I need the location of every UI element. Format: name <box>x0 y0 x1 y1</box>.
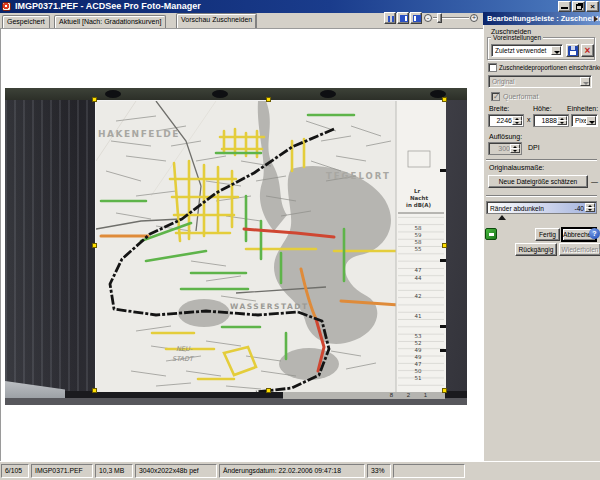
preview-tab-bar: Gespeichert Aktuell [Nach: Gradationskur… <box>0 13 483 28</box>
svg-text:Nacht: Nacht <box>410 195 428 201</box>
svg-text:47: 47 <box>415 361 422 367</box>
presets-combobox[interactable]: Zuletzt verwendet <box>491 44 563 57</box>
done-button[interactable]: Fertig <box>535 228 560 241</box>
darken-edges-slider[interactable]: Ränder abdunkeln -40 <box>486 201 597 214</box>
status-position: 6/105 <box>1 464 29 478</box>
status-dimensions: 3040x2022x48b pef <box>135 464 217 478</box>
separator <box>486 195 597 197</box>
tab-saved[interactable]: Gespeichert <box>2 15 50 28</box>
image-canvas: 8 2 1 <box>0 28 483 461</box>
check-icon: ✓ <box>493 92 500 101</box>
svg-text:52: 52 <box>415 340 422 346</box>
tab-preview-crop[interactable]: Vorschau Zuschneiden <box>176 13 257 28</box>
original-size-label: Originalausmaße: <box>489 164 544 171</box>
crop-handle-bottom-right[interactable] <box>442 388 447 393</box>
status-empty <box>393 464 465 478</box>
resolution-down-icon <box>510 148 520 153</box>
presets-value: Zuletzt verwendet <box>495 46 551 56</box>
svg-text:50: 50 <box>415 368 422 374</box>
ratio-dropdown-icon <box>580 77 590 86</box>
help-icon[interactable]: ? <box>589 228 600 239</box>
status-bar: 6/105 IMGP0371.PEF 10,3 MB 3040x2022x48b… <box>0 461 600 480</box>
presets-dropdown-icon[interactable] <box>551 46 561 55</box>
height-stepper[interactable]: 1888 <box>533 114 569 127</box>
save-preset-button[interactable] <box>566 44 579 57</box>
zoom-out-icon[interactable]: - <box>424 14 432 22</box>
svg-text:in dB(A): in dB(A) <box>406 202 432 208</box>
window-title: IMGP0371.PEF - ACDSee Pro Foto-Manager <box>15 0 201 13</box>
width-stepper[interactable]: 2246 <box>488 114 524 127</box>
svg-text:42: 42 <box>415 293 422 299</box>
photo-bottom-band <box>5 398 467 405</box>
svg-text:41: 41 <box>415 313 422 319</box>
status-filename: IMGP0371.PEF <box>31 464 93 478</box>
undo-button[interactable]: Rückgängig <box>515 243 557 256</box>
estimate-value: — <box>591 178 598 185</box>
height-value: 1888 <box>534 116 557 126</box>
zoom-in-icon[interactable]: + <box>470 14 478 22</box>
svg-text:49: 49 <box>415 347 422 353</box>
height-down-icon[interactable] <box>557 120 567 125</box>
minimize-button[interactable] <box>558 1 571 12</box>
edit-options-icon[interactable] <box>485 228 497 240</box>
svg-text:NEU-: NEU- <box>176 345 193 353</box>
crop-handle-right-mid[interactable] <box>442 243 447 248</box>
view-before-icon[interactable] <box>397 12 409 24</box>
binder-ring-icon <box>212 90 228 98</box>
units-dropdown-icon[interactable] <box>586 116 596 125</box>
crop-handle-bottom-mid[interactable] <box>266 388 271 393</box>
svg-text:58: 58 <box>415 239 422 245</box>
svg-text:51: 51 <box>415 375 422 381</box>
close-button[interactable]: × <box>586 1 599 12</box>
crop-area[interactable]: Lr Nacht in dB(A) 58 59 58 55 47 44 42 4… <box>95 100 445 391</box>
width-down-icon[interactable] <box>512 120 522 125</box>
estimate-size-button[interactable]: Neue Dateigröße schätzen <box>488 175 588 188</box>
svg-text:49: 49 <box>415 354 422 360</box>
darken-edges-label: Ränder abdunkeln <box>490 203 544 214</box>
svg-text:44: 44 <box>415 275 422 281</box>
app-icon <box>2 2 11 11</box>
view-after-icon[interactable] <box>410 12 422 24</box>
crop-tool-panel: Zuschneiden Voreinstellungen Zuletzt ver… <box>483 25 600 461</box>
svg-text:WASSERSTADT: WASSERSTADT <box>230 302 309 311</box>
panel-collapse-icon[interactable] <box>594 16 598 22</box>
crop-handle-bottom-left[interactable] <box>92 388 97 393</box>
edit-panel-header[interactable]: Bearbeitungsleiste : Zuschneider <box>483 12 600 25</box>
noise-table: Lr Nacht in dB(A) 58 59 58 55 47 44 42 4… <box>396 101 446 392</box>
svg-text:STADT: STADT <box>172 355 195 363</box>
restore-button[interactable] <box>572 1 585 12</box>
landscape-checkbox: ✓ <box>491 92 500 101</box>
darken-edges-value: -40 <box>574 203 584 214</box>
resolution-label: Auflösung: <box>489 133 522 140</box>
crop-handle-left-mid[interactable] <box>92 243 97 248</box>
svg-text:55: 55 <box>415 246 422 252</box>
zoom-slider-thumb[interactable] <box>437 13 442 23</box>
svg-text:47: 47 <box>415 267 422 273</box>
tab-current[interactable]: Aktuell [Nach: Gradationskurven] <box>54 15 166 28</box>
darken-down-icon[interactable] <box>585 207 595 212</box>
edit-panel-title: Bearbeitungsleiste : Zuschneider <box>487 14 600 23</box>
map-photo: Lr Nacht in dB(A) 58 59 58 55 47 44 42 4… <box>96 101 446 392</box>
darken-slider-thumb[interactable] <box>498 215 506 220</box>
binder-ring-icon <box>105 90 121 98</box>
crop-handle-top-left[interactable] <box>92 97 97 102</box>
resolution-stepper: 300 <box>488 142 522 155</box>
view-split-icon[interactable] <box>384 12 396 24</box>
crop-handle-top-mid[interactable] <box>266 97 271 102</box>
units-value: Pixel <box>575 116 586 126</box>
status-modified: Änderungsdatum: 22.02.2006 09:47:18 <box>219 464 365 478</box>
status-filesize: 10,3 MB <box>95 464 133 478</box>
svg-text:TEGELORT: TEGELORT <box>326 171 391 181</box>
ratio-value: Original <box>492 77 580 87</box>
binder-ring-icon <box>320 90 336 98</box>
status-zoom: 33% <box>367 464 391 478</box>
times-label: x <box>527 116 531 123</box>
units-combobox[interactable]: Pixel <box>571 114 598 127</box>
constrain-proportions-checkbox[interactable] <box>488 63 497 72</box>
svg-text:53: 53 <box>415 333 422 339</box>
delete-preset-button[interactable]: × <box>581 44 594 57</box>
landscape-label: Querformat <box>503 93 538 100</box>
svg-text:HAKENFELDE: HAKENFELDE <box>98 129 180 139</box>
crop-handle-top-right[interactable] <box>442 97 447 102</box>
photo-left-binder <box>5 88 97 405</box>
